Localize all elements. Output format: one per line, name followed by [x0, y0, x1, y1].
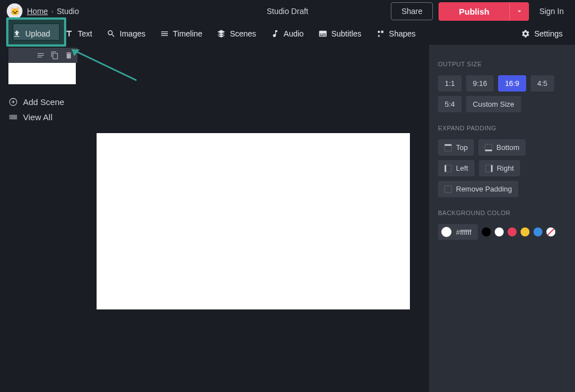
- scene-thumbnail[interactable]: [8, 63, 76, 84]
- timeline-tool[interactable]: Timeline: [159, 26, 203, 41]
- shapes-tool[interactable]: Shapes: [375, 26, 417, 41]
- subtitles-icon: [318, 29, 327, 38]
- settings-label: Settings: [534, 29, 563, 38]
- shapes-icon: [376, 29, 385, 38]
- swatch-blue[interactable]: [533, 227, 542, 236]
- size-4-5[interactable]: 4:5: [531, 75, 554, 92]
- timeline-label: Timeline: [173, 29, 202, 38]
- size-9-16[interactable]: 9:16: [466, 75, 494, 92]
- padding-bottom-button[interactable]: Bottom: [478, 139, 526, 156]
- settings-tool[interactable]: Settings: [520, 26, 564, 41]
- svg-point-0: [377, 31, 380, 33]
- size-5-4[interactable]: 5:4: [438, 96, 462, 112]
- view-all-label: View All: [23, 112, 52, 122]
- swatch-black[interactable]: [482, 227, 491, 236]
- chevron-right-icon: ›: [51, 8, 53, 15]
- justify-icon[interactable]: [36, 51, 45, 60]
- scenes-tool[interactable]: Scenes: [216, 26, 257, 41]
- padding-none-icon: [444, 185, 452, 193]
- upload-icon: [12, 29, 21, 38]
- padding-bottom-icon: [485, 144, 492, 152]
- output-size-label: OUTPUT SIZE: [438, 61, 566, 67]
- images-tool[interactable]: Images: [106, 26, 147, 41]
- list-icon: [8, 112, 18, 122]
- swatch-white[interactable]: [495, 227, 504, 236]
- plus-circle-icon: [8, 97, 18, 107]
- subtitles-label: Subtitles: [331, 29, 362, 38]
- padding-left-button[interactable]: Left: [438, 160, 474, 176]
- svg-rect-3: [445, 144, 451, 145]
- add-scene-button[interactable]: Add Scene: [8, 94, 77, 110]
- padding-right-icon: [485, 165, 493, 172]
- svg-rect-5: [485, 149, 492, 151]
- padding-right-button[interactable]: Right: [479, 160, 520, 176]
- add-scene-label: Add Scene: [23, 97, 64, 107]
- padding-top-icon: [444, 144, 452, 152]
- search-icon: [107, 29, 116, 38]
- signin-link[interactable]: Sign In: [535, 7, 568, 16]
- current-swatch: [441, 227, 451, 237]
- padding-top-button[interactable]: Top: [438, 139, 474, 156]
- scene-controls: [8, 48, 77, 63]
- background-color-label: BACKGROUND COLOR: [438, 209, 566, 216]
- size-16-9[interactable]: 16:9: [498, 75, 526, 92]
- shapes-label: Shapes: [389, 29, 416, 38]
- text-tool[interactable]: Text: [63, 26, 93, 41]
- swatch-none[interactable]: [546, 227, 555, 236]
- size-1-1[interactable]: 1:1: [438, 75, 462, 92]
- text-icon: [65, 29, 74, 38]
- gear-icon: [521, 29, 530, 38]
- remove-padding-button[interactable]: Remove Padding: [438, 181, 518, 197]
- view-all-button[interactable]: View All: [8, 110, 77, 125]
- svg-rect-1: [381, 31, 383, 33]
- layers-icon: [217, 29, 226, 38]
- timeline-icon: [160, 29, 169, 38]
- publish-dropdown-button[interactable]: [509, 2, 529, 21]
- bg-color-value: #ffffff: [456, 228, 472, 236]
- swatch-red[interactable]: [508, 227, 517, 236]
- padding-left-icon: [444, 165, 452, 172]
- scenes-label: Scenes: [230, 29, 256, 38]
- chevron-down-icon: [515, 7, 523, 15]
- custom-size-button[interactable]: Custom Size: [466, 96, 521, 112]
- copy-icon[interactable]: [51, 51, 59, 60]
- trash-icon[interactable]: [65, 51, 73, 60]
- text-label: Text: [77, 29, 92, 38]
- upload-tool[interactable]: Upload: [11, 26, 51, 41]
- avatar[interactable]: 🐱: [7, 3, 22, 19]
- music-note-icon: [271, 29, 280, 38]
- canvas[interactable]: [97, 133, 410, 309]
- expand-padding-label: EXPAND PADDING: [438, 125, 566, 131]
- swatch-yellow[interactable]: [521, 227, 530, 236]
- upload-label: Upload: [25, 29, 50, 38]
- subtitles-tool[interactable]: Subtitles: [317, 26, 363, 41]
- audio-tool[interactable]: Audio: [270, 26, 305, 41]
- publish-button[interactable]: Publish: [439, 2, 509, 21]
- svg-rect-11: [445, 185, 451, 192]
- project-title[interactable]: Studio Draft: [267, 7, 308, 16]
- share-button[interactable]: Share: [391, 2, 433, 20]
- audio-label: Audio: [284, 29, 304, 38]
- breadcrumb-studio: Studio: [57, 7, 79, 16]
- breadcrumb-home[interactable]: Home: [27, 7, 48, 16]
- breadcrumb: Home › Studio: [27, 7, 79, 16]
- images-label: Images: [120, 29, 145, 38]
- bg-color-input[interactable]: #ffffff: [438, 224, 478, 240]
